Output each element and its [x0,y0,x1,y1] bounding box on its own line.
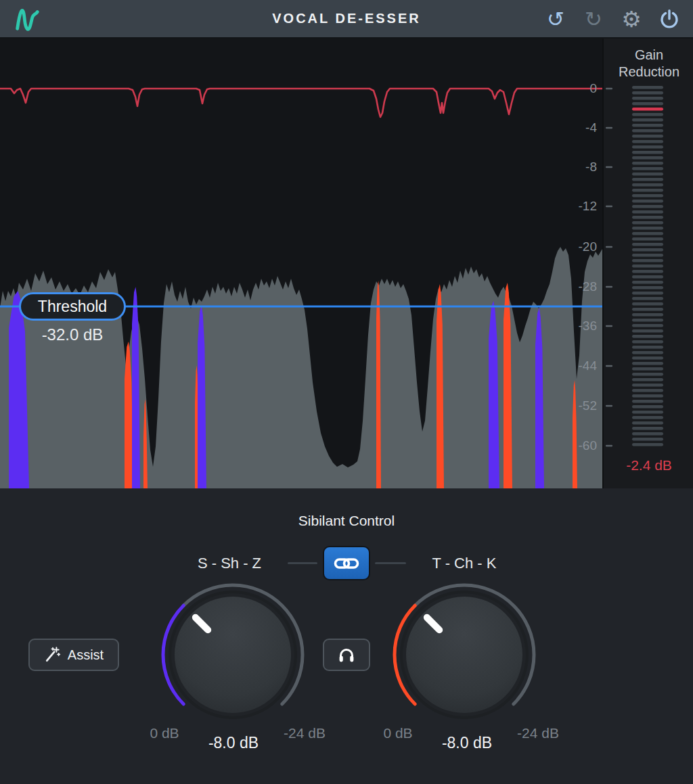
left-band-label: S - Sh - Z [155,555,304,572]
link-icon [333,555,360,572]
db-axis-label: -36 [556,319,597,332]
section-title: Sibilant Control [0,513,693,529]
spectrum-display: 0-4-8-12-20-28-36-44-52-60 Threshold -32… [0,39,602,488]
link-connector-left [288,562,317,564]
knob0-max-label: -24 dB [264,725,345,741]
s-sh-z-knob[interactable] [153,575,313,735]
assist-label: Assist [68,647,104,663]
power-icon [658,8,681,31]
db-axis-label: 0 [556,82,597,95]
gear-icon: ⚙ [621,8,642,30]
settings-button[interactable]: ⚙ [617,5,646,34]
sibilant-solo-button[interactable] [323,639,370,671]
headphones-icon [337,646,356,664]
meter-readout: -2.4 dB [604,457,693,474]
db-axis-label: -28 [556,280,597,293]
title-bar-actions: ↺ ↻ ⚙ [541,0,684,39]
redo-button[interactable]: ↻ [579,5,608,34]
db-axis-label: -60 [556,439,597,452]
undo-icon: ↺ [547,9,564,30]
assist-button[interactable]: Assist [28,639,119,671]
title-bar: VOCAL DE-ESSER ↺ ↻ ⚙ [0,0,693,39]
magic-wand-icon [44,646,62,664]
meter-ladder [604,39,693,488]
db-axis-label: -52 [556,399,597,412]
redo-icon: ↻ [585,9,602,30]
gain-reduction-meter: Gain Reduction -2.4 dB [602,39,693,488]
power-button[interactable] [655,5,684,34]
db-axis-label: -12 [556,200,597,212]
db-axis-label: -8 [556,160,597,173]
waveform-canvas [0,39,602,488]
threshold-handle[interactable]: Threshold [19,292,126,321]
db-axis-label: -44 [556,359,597,372]
threshold-value: -32.0 dB [19,325,126,344]
undo-button[interactable]: ↺ [541,5,570,34]
knob1-max-label: -24 dB [497,725,579,741]
threshold-label: Threshold [38,298,107,316]
right-band-label: T - Ch - K [390,555,539,572]
t-ch-k-knob[interactable] [384,575,544,735]
link-bands-button[interactable] [323,546,370,580]
db-axis-label: -20 [556,240,597,253]
vocal-de-esser-plugin: VOCAL DE-ESSER ↺ ↻ ⚙ 0-4-8-12-20-28-36-4… [0,0,693,784]
db-axis-label: -4 [556,121,597,134]
